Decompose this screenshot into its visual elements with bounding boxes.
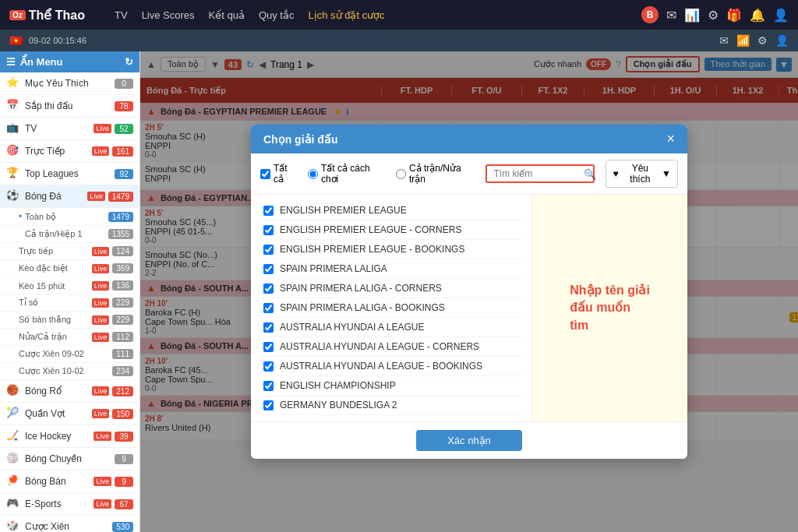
sidebar-item-esports[interactable]: 🎮 E-Sports Live 67 [0, 493, 139, 516]
league-checkbox[interactable] [263, 264, 274, 274]
parlay-icon: 🎲 [6, 520, 20, 532]
gift-icon[interactable]: 🎁 [726, 8, 742, 23]
sidebar-subitem-toan-bo[interactable]: • Toàn bộ 1479 [0, 208, 139, 226]
league-checkbox[interactable] [263, 245, 274, 255]
list-item[interactable]: SPAIN PRIMERA LALIGA [260, 259, 522, 279]
league-checkbox[interactable] [263, 225, 274, 235]
sidebar-item-yeu-thich[interactable]: ⭐ Mục Yêu Thích 0 [0, 72, 139, 95]
sidebar-subitem-cuoc-xien-1002[interactable]: Cược Xiên 10-02 234 [0, 363, 139, 380]
sidebar-label: Ice Hockey [25, 431, 94, 442]
sidebar-item-bong-ro[interactable]: 🏀 Bóng Rổ Live 212 [0, 380, 139, 403]
list-item[interactable]: SPAIN PRIMERA LALIGA - BOOKINGS [260, 298, 522, 318]
sidebar-item-quan-vot[interactable]: 🎾 Quần Vợt Live 150 [0, 403, 139, 425]
modal-footer: Xác nhận [251, 421, 687, 459]
league-checkbox[interactable] [263, 361, 274, 372]
check-tat-ca-input[interactable] [260, 169, 270, 179]
sidebar-label: Cược Xiên [25, 521, 112, 532]
radio-tat-ca-input[interactable] [308, 169, 318, 179]
sidebar-subitem-nua-ca-tran[interactable]: Nửa/Cả trận Live 112 [0, 329, 139, 346]
dot-icon: • [19, 211, 22, 222]
live-badge: Live [92, 146, 110, 156]
sidebar-subitem-so-ban-thang[interactable]: Số bàn thắng Live 229 [0, 312, 139, 329]
sidebar-badge: 92 [115, 169, 133, 179]
signal-icon[interactable]: 📶 [736, 34, 750, 47]
sidebar-label: Bóng Rổ [25, 386, 92, 396]
league-list-label: AUSTRALIA HYUNDAI A LEAGUE [280, 322, 424, 333]
league-checkbox[interactable] [263, 284, 274, 294]
refresh-icon[interactable]: ↻ [125, 56, 133, 68]
messages-icon[interactable]: ✉ [666, 8, 676, 23]
sidebar-header: ☰ Ẩn Menu ↻ [0, 51, 139, 72]
sub-header: 🇻🇳 09-02 00:15:46 ✉ 📶 ⚙ 👤 [0, 30, 798, 51]
sidebar-subitem-keo-dac-biet[interactable]: Kèo đặc biệt Live 369 [0, 260, 139, 277]
sidebar-item-top-leagues[interactable]: 🏆 Top Leagues 92 [0, 163, 139, 185]
xac-nhan-button[interactable]: Xác nhận [416, 430, 522, 451]
sidebar-badge: 212 [112, 386, 133, 396]
list-item[interactable]: AUSTRALIA HYUNDAI A LEAGUE [260, 318, 522, 337]
list-item[interactable]: ENGLISH PREMIER LEAGUE - BOOKINGS [260, 240, 522, 259]
list-item[interactable]: AUSTRALIA HYUNDAI A LEAGUE - BOOKINGS [260, 357, 522, 376]
calendar-icon: 📅 [6, 99, 20, 113]
sidebar-item-truc-tiep[interactable]: 🎯 Trực Tiếp Live 161 [0, 140, 139, 163]
sub-user-icon[interactable]: 👤 [775, 34, 789, 47]
sidebar-subitem-ca-tran[interactable]: Cả trận/Hiệp 1 1355 [0, 226, 139, 243]
list-item[interactable]: ENGLISH CHAMPIONSHIP [260, 376, 522, 396]
league-search-input[interactable] [486, 164, 595, 183]
league-checkbox[interactable] [263, 322, 274, 333]
sidebar-item-bong-chuyen[interactable]: 🏐 Bóng Chuyền 9 [0, 448, 139, 470]
league-list-label: ENGLISH PREMIER LEAGUE - BOOKINGS [280, 244, 464, 255]
modal-overlay: Chọn giải đấu × Tất cả Tất cả cách chơi … [140, 51, 798, 532]
sidebar-item-sap-thi-dau[interactable]: 📅 Sắp thi đấu 78 [0, 95, 139, 118]
nav-lich-su[interactable]: Lịch sử đặt cược [308, 9, 384, 21]
radio-ca-tran-input[interactable] [396, 169, 406, 179]
sidebar-subitem-truc-tiep[interactable]: Trực tiếp Live 124 [0, 243, 139, 260]
list-item[interactable]: ENGLISH PREMIER LEAGUE - CORNERS [260, 220, 522, 240]
sidebar-item-ice-hockey[interactable]: 🏒 Ice Hockey Live 39 [0, 425, 139, 448]
nav-quy-tac[interactable]: Quy tắc [259, 9, 295, 21]
sidebar-label: Top Leagues [25, 168, 115, 179]
radio-tat-ca[interactable]: Tất cả cách chơi [308, 163, 387, 185]
sub-settings-icon[interactable]: ⚙ [757, 34, 768, 47]
league-checkbox[interactable] [263, 206, 274, 216]
modal-close-button[interactable]: × [666, 131, 675, 147]
sidebar-badge: 52 [115, 124, 133, 134]
live-badge: Live [92, 409, 110, 418]
list-item[interactable]: SPAIN PRIMERA LALIGA - CORNERS [260, 279, 522, 298]
radio-ca-tran[interactable]: Cả trận/Nửa trận [396, 163, 477, 185]
yeu-thich-button[interactable]: ♥ Yêu thích ▼ [606, 160, 678, 188]
sidebar-subitem-keo-15[interactable]: Kèo 15 phút Live 136 [0, 277, 139, 294]
sidebar-sublabel: Trực tiếp [19, 246, 92, 256]
nav-tv[interactable]: TV [115, 9, 128, 21]
sidebar-subitem-cuoc-xien-0902[interactable]: Cược Xiên 09-02 111 [0, 346, 139, 363]
sidebar-label: Bóng Chuyền [25, 453, 115, 464]
list-item[interactable]: AUSTRALIA HYUNDAI A LEAGUE - CORNERS [260, 337, 522, 357]
live-badge: Live [92, 247, 110, 256]
sidebar-subbadge: 112 [112, 332, 133, 342]
league-checkbox[interactable] [263, 342, 274, 352]
notifications-icon[interactable]: 🔔 [750, 8, 765, 23]
nav-live-scores[interactable]: Live Scores [142, 9, 195, 21]
list-item[interactable]: ENGLISH PREMIER LEAGUE [260, 201, 522, 220]
league-checkbox[interactable] [263, 400, 274, 410]
sidebar-item-bong-ban[interactable]: 🏓 Bóng Bàn Live 9 [0, 470, 139, 493]
sidebar-item-cuoc-xien[interactable]: 🎲 Cược Xiên 530 [0, 516, 139, 532]
sidebar-subitem-ti-so[interactable]: Tỉ số Live 229 [0, 294, 139, 312]
settings-icon[interactable]: ⚙ [708, 8, 719, 23]
account-icon[interactable]: 👤 [773, 8, 789, 23]
check-tat-ca[interactable]: Tất cả [260, 163, 298, 185]
league-checkbox[interactable] [263, 303, 274, 313]
sidebar-item-bong-da[interactable]: ⚽ Bóng Đá Live 1479 [0, 185, 139, 208]
list-item[interactable]: GERMANY BUNDESLIGA 2 [260, 396, 522, 415]
sidebar-sublabel: Toàn bộ [25, 212, 108, 222]
volleyball-icon: 🏐 [6, 452, 20, 466]
logo-badge: Oz [9, 10, 26, 20]
nav-ket-qua[interactable]: Kết quả [209, 9, 245, 21]
mail-icon[interactable]: ✉ [719, 34, 729, 47]
check-tat-ca-label: Tất cả [274, 163, 298, 185]
sidebar-item-tv[interactable]: 📺 TV Live 52 [0, 118, 139, 140]
league-checkbox[interactable] [263, 381, 274, 391]
stats-icon[interactable]: 📊 [684, 8, 700, 23]
logo: Oz Thể Thao [9, 8, 85, 23]
heart-icon: ♥ [613, 168, 618, 179]
sidebar-sublabel: Kèo 15 phút [19, 281, 92, 291]
